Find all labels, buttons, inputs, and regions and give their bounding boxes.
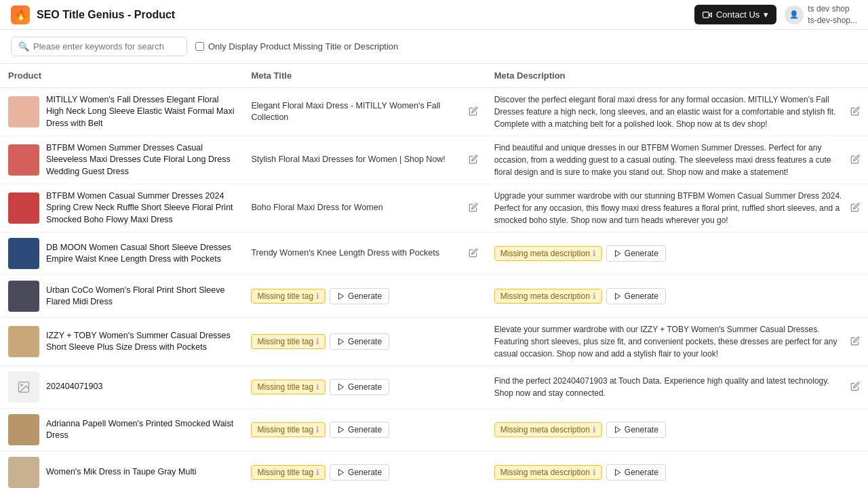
meta-desc-cell: Discover the perfect elegant floral maxi… (494, 94, 860, 130)
product-img (8, 457, 39, 488)
product-img (8, 414, 39, 445)
product-cell: Adrianna Papell Women's Printed Smocked … (8, 414, 235, 445)
title-action-group: Missing title tag ℹ Generate (251, 464, 477, 481)
product-name: Women's Mik Dress in Taupe Gray Multi (46, 466, 196, 479)
table-row: BTFBM Women Casual Summer Dresses 2024 S… (0, 184, 868, 232)
edit-desc-icon[interactable] (850, 382, 860, 393)
meta-title-cell: Elegant Floral Maxi Dress - MITILLY Wome… (251, 100, 477, 124)
product-name: 202404071903 (46, 381, 102, 393)
meta-desc-text: Elevate your summer wardrobe with our IZ… (494, 323, 846, 360)
edit-desc-icon[interactable] (850, 155, 860, 166)
table-header-row: Product Meta Title Meta Description (0, 64, 868, 88)
generate-title-button[interactable]: Generate (330, 333, 389, 350)
products-table: Product Meta Title Meta Description MITI… (0, 64, 868, 488)
header: 🔥 SEO Title Genius - Product Contact Us … (0, 0, 868, 30)
product-placeholder-img (8, 371, 39, 403)
svg-marker-11 (339, 470, 344, 476)
svg-marker-10 (615, 427, 620, 433)
meta-title-text: Trendy Women's Knee Length Dress with Po… (251, 247, 464, 260)
desc-action-group: Missing meta description ℹ Generate (494, 422, 860, 438)
svg-marker-12 (615, 470, 620, 476)
product-cell: DB MOON Women Casual Short Sleeve Dresse… (8, 238, 235, 269)
col-header-meta-title: Meta Title (243, 64, 486, 88)
svg-point-7 (21, 384, 22, 386)
product-name: Adrianna Papell Women's Printed Smocked … (46, 418, 235, 442)
svg-marker-3 (339, 293, 344, 300)
product-cell: IZZY + TOBY Women's Summer Casual Dresse… (8, 326, 235, 357)
edit-desc-icon[interactable] (850, 336, 860, 348)
desc-action-group: Missing meta description ℹ Generate (494, 464, 860, 481)
meta-desc-text: Upgrade your summer wardrobe with our st… (494, 190, 846, 226)
product-cell: MITILLY Women's Fall Dresses Elegant Flo… (8, 94, 235, 130)
avatar: 👤 (785, 5, 804, 24)
table-row: BTFBM Women Summer Dresses Casual Sleeve… (0, 136, 868, 184)
edit-icon[interactable] (469, 106, 478, 118)
edit-icon[interactable] (469, 248, 478, 260)
meta-desc-cell: Upgrade your summer wardrobe with our st… (494, 190, 860, 226)
chevron-down-icon: ▾ (764, 9, 768, 20)
generate-title-button[interactable]: Generate (330, 464, 389, 481)
filter-checkbox[interactable] (195, 42, 204, 51)
generate-title-button[interactable]: Generate (330, 422, 389, 438)
generate-desc-button[interactable]: Generate (606, 422, 666, 438)
generate-desc-button[interactable]: Generate (606, 288, 666, 304)
generate-desc-button[interactable]: Generate (606, 245, 666, 262)
missing-title-badge: Missing title tag ℹ (251, 422, 326, 437)
missing-title-badge: Missing title tag ℹ (251, 289, 326, 304)
generate-title-button[interactable]: Generate (330, 288, 389, 304)
product-img (8, 192, 39, 224)
meta-title-cell: Trendy Women's Knee Length Dress with Po… (251, 247, 477, 260)
video-icon (703, 10, 712, 20)
product-img (8, 281, 39, 312)
meta-desc-cell: Find beautiful and unique dresses in our… (494, 142, 860, 178)
meta-desc-text: Find beautiful and unique dresses in our… (494, 142, 846, 178)
missing-desc-badge: Missing meta description ℹ (494, 246, 602, 261)
product-img (8, 326, 39, 357)
desc-action-group: Missing meta description ℹ Generate (494, 288, 860, 304)
svg-marker-2 (615, 251, 620, 257)
search-icon: 🔍 (18, 41, 29, 52)
table-row: 202404071903Missing title tag ℹ Generate… (0, 366, 868, 409)
svg-marker-9 (339, 427, 344, 433)
svg-marker-4 (615, 293, 620, 300)
user-text: ts dev shop ts-dev-shop... (808, 3, 857, 26)
product-name: BTFBM Women Casual Summer Dresses 2024 S… (46, 190, 235, 226)
product-name: IZZY + TOBY Women's Summer Casual Dresse… (46, 330, 235, 354)
svg-rect-1 (703, 12, 709, 17)
generate-title-button[interactable]: Generate (330, 379, 389, 395)
product-cell: Women's Mik Dress in Taupe Gray Multi (8, 457, 235, 488)
edit-desc-icon[interactable] (850, 106, 860, 118)
table-row: Urban CoCo Women's Floral Print Short Sl… (0, 275, 868, 318)
title-action-group: Missing title tag ℹ Generate (251, 379, 477, 395)
product-img (8, 144, 39, 176)
table-row: Adrianna Papell Women's Printed Smocked … (0, 409, 868, 451)
search-input[interactable] (33, 41, 180, 52)
search-box[interactable]: 🔍 (11, 37, 187, 56)
svg-marker-0 (709, 13, 711, 17)
product-cell: BTFBM Women Summer Dresses Casual Sleeve… (8, 142, 235, 178)
table-row: MITILLY Women's Fall Dresses Elegant Flo… (0, 88, 868, 136)
edit-icon[interactable] (469, 155, 478, 166)
product-cell: 202404071903 (8, 371, 235, 403)
contact-us-button[interactable]: Contact Us ▾ (694, 5, 776, 24)
table-row: Women's Mik Dress in Taupe Gray MultiMis… (0, 451, 868, 489)
product-cell: BTFBM Women Casual Summer Dresses 2024 S… (8, 190, 235, 226)
title-action-group: Missing title tag ℹ Generate (251, 422, 477, 438)
edit-icon[interactable] (469, 203, 478, 214)
page-title: SEO Title Genius - Product (37, 9, 175, 21)
missing-title-badge: Missing title tag ℹ (251, 465, 326, 480)
product-img (8, 96, 39, 127)
product-name: DB MOON Women Casual Short Sleeve Dresse… (46, 242, 235, 266)
col-header-meta-desc: Meta Description (486, 64, 868, 88)
title-action-group: Missing title tag ℹ Generate (251, 333, 477, 350)
missing-desc-badge: Missing meta description ℹ (494, 422, 602, 437)
user-info: 👤 ts dev shop ts-dev-shop... (785, 3, 857, 26)
meta-desc-text: Find the perfect 202404071903 at Touch D… (494, 375, 846, 399)
generate-desc-button[interactable]: Generate (606, 464, 666, 481)
product-img (8, 238, 39, 269)
col-header-product: Product (0, 64, 243, 88)
missing-desc-badge: Missing meta description ℹ (494, 465, 602, 480)
filter-checkbox-label[interactable]: Only Display Product Missing Title or De… (195, 41, 398, 52)
meta-title-cell: Boho Floral Maxi Dress for Women (251, 202, 477, 214)
edit-desc-icon[interactable] (850, 203, 860, 214)
